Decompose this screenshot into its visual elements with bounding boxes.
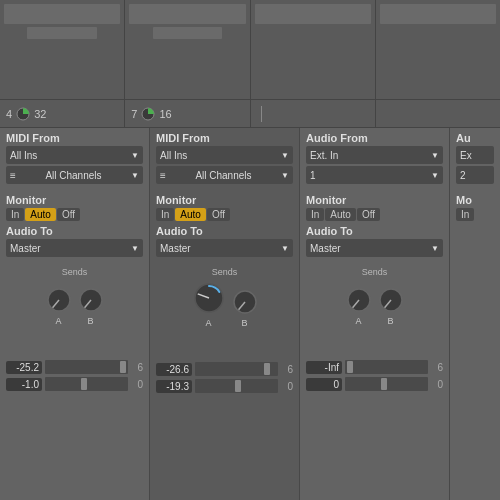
- fader-section-1: -25.2 6 -1.0 0: [0, 328, 149, 398]
- routing-dropdown-source-1[interactable]: All Ins ▼: [6, 146, 143, 164]
- track-info-row: 4 32 7 16: [0, 100, 500, 128]
- pan-max-1: 0: [131, 379, 143, 390]
- monitor-auto-3[interactable]: Auto: [325, 208, 356, 221]
- audio-to-dropdown-3[interactable]: Master ▼: [306, 239, 443, 257]
- dropdown-arrow-3: ▼: [431, 151, 439, 160]
- volume-fader-3[interactable]: [345, 360, 428, 374]
- audio-to-dropdown-2[interactable]: Master ▼: [156, 239, 293, 257]
- routing-dropdown-sub-2[interactable]: ≡ All Channels ▼: [156, 166, 293, 184]
- routing-dropdown-source-3[interactable]: Ext. In ▼: [306, 146, 443, 164]
- volume-max-3: 6: [431, 362, 443, 373]
- audio-to-label-3: Audio To: [306, 225, 443, 237]
- knob-a-label-3: A: [355, 316, 361, 326]
- monitor-buttons-1: In Auto Off: [6, 208, 143, 221]
- fader-handle-vol-2[interactable]: [264, 363, 270, 375]
- pan-value-2: -19.3: [156, 380, 192, 393]
- track-header-3: [251, 0, 376, 99]
- track-info-2: 7 16: [125, 100, 250, 127]
- fader-handle-pan-3[interactable]: [381, 378, 387, 390]
- monitor-auto-1[interactable]: Auto: [25, 208, 56, 221]
- routing-dropdown-sub-1[interactable]: ≡ All Channels ▼: [6, 166, 143, 184]
- track-header-4: [376, 0, 500, 99]
- monitor-in-1[interactable]: In: [6, 208, 24, 221]
- volume-fader-2[interactable]: [195, 362, 278, 376]
- monitor-label-1: Monitor: [6, 194, 143, 206]
- fader-handle-vol-3[interactable]: [347, 361, 353, 373]
- monitor-off-1[interactable]: Off: [57, 208, 80, 221]
- volume-fader-1[interactable]: [45, 360, 128, 374]
- sub-routing-1: All Channels: [45, 170, 101, 181]
- waveform-bar-2: [129, 4, 245, 24]
- sends-title-3: Sends: [362, 267, 388, 277]
- monitor-in-2[interactable]: In: [156, 208, 174, 221]
- monitor-section-2: Monitor In Auto Off Audio To Master ▼: [150, 190, 299, 263]
- volume-value-3: -Inf: [306, 361, 342, 374]
- monitor-label-3: Monitor: [306, 194, 443, 206]
- sends-area-2: Sends A: [150, 263, 299, 330]
- knob-b-svg-1: [76, 285, 106, 315]
- send-knob-b-2[interactable]: B: [230, 287, 260, 328]
- top-section: [0, 0, 500, 100]
- waveform-bar-4: [380, 4, 496, 24]
- fader-row-vol-1: -25.2 6: [6, 360, 143, 374]
- dropdown-arrow-sub-2: ▼: [281, 171, 289, 180]
- sub-routing-icon-2: ≡: [160, 170, 166, 181]
- pan-max-3: 0: [431, 379, 443, 390]
- main-container: 4 32 7 16 MIDI From A: [0, 0, 500, 500]
- knob-a-svg-1: [44, 285, 74, 315]
- monitor-auto-2[interactable]: Auto: [175, 208, 206, 221]
- fader-handle-vol-1[interactable]: [120, 361, 126, 373]
- channel-strip-3: Audio From Ext. In ▼ 1 ▼ Monitor In Auto…: [300, 128, 450, 500]
- routing-section-3: Audio From Ext. In ▼ 1 ▼: [300, 128, 449, 190]
- monitor-off-2[interactable]: Off: [207, 208, 230, 221]
- send-knob-a-3[interactable]: A: [344, 285, 374, 326]
- pan-fader-1[interactable]: [45, 377, 128, 391]
- monitor-in-3[interactable]: In: [306, 208, 324, 221]
- routing-source-1: All Ins: [10, 150, 37, 161]
- waveform-bar-1: [4, 4, 120, 24]
- monitor-section-4: Mo In: [450, 190, 500, 229]
- routing-source-4: Ex: [460, 150, 472, 161]
- monitor-off-3[interactable]: Off: [357, 208, 380, 221]
- audio-to-label-1: Audio To: [6, 225, 143, 237]
- knob-b-svg-3: [376, 285, 406, 315]
- audio-to-dropdown-1[interactable]: Master ▼: [6, 239, 143, 257]
- audio-to-arrow-3: ▼: [431, 244, 439, 253]
- channel-strip-4: Au Ex 2 Mo In: [450, 128, 500, 500]
- send-knob-b-3[interactable]: B: [376, 285, 406, 326]
- knob-b-label-2: B: [241, 318, 247, 328]
- monitor-in-4[interactable]: In: [456, 208, 474, 221]
- routing-dropdown-sub-3[interactable]: 1 ▼: [306, 166, 443, 184]
- mini-bar-1: [27, 27, 97, 39]
- knob-b-label-1: B: [87, 316, 93, 326]
- track-header-1: [0, 0, 125, 99]
- routing-dropdown-source-2[interactable]: All Ins ▼: [156, 146, 293, 164]
- fader-handle-pan-2[interactable]: [235, 380, 241, 392]
- pan-fader-2[interactable]: [195, 379, 278, 393]
- send-knob-a-1[interactable]: A: [44, 285, 74, 326]
- fader-handle-pan-1[interactable]: [81, 378, 87, 390]
- send-knob-a-2[interactable]: A: [190, 279, 228, 328]
- monitor-label-2: Monitor: [156, 194, 293, 206]
- pan-fader-3[interactable]: [345, 377, 428, 391]
- track-header-2: [125, 0, 250, 99]
- dropdown-arrow-1: ▼: [131, 151, 139, 160]
- pan-max-2: 0: [281, 381, 293, 392]
- fader-row-pan-3: 0 0: [306, 377, 443, 391]
- knob-b-label-3: B: [387, 316, 393, 326]
- sub-routing-4: 2: [460, 170, 466, 181]
- channel-strip-1: MIDI From All Ins ▼ ≡ All Channels ▼ Mon…: [0, 128, 150, 500]
- monitor-buttons-3: In Auto Off: [306, 208, 443, 221]
- routing-dropdown-source-4[interactable]: Ex: [456, 146, 494, 164]
- routing-dropdown-sub-4[interactable]: 2: [456, 166, 494, 184]
- routing-section-1: MIDI From All Ins ▼ ≡ All Channels ▼: [0, 128, 149, 190]
- dropdown-arrow-sub-3: ▼: [431, 171, 439, 180]
- knob-a-svg-2: [190, 279, 228, 317]
- fader-row-pan-1: -1.0 0: [6, 377, 143, 391]
- routing-source-2: All Ins: [160, 150, 187, 161]
- knob-b-svg-2: [230, 287, 260, 317]
- sub-routing-3: 1: [310, 170, 316, 181]
- fader-row-vol-2: -26.6 6: [156, 362, 293, 376]
- send-knob-b-1[interactable]: B: [76, 285, 106, 326]
- routing-label-2: MIDI From: [156, 132, 293, 144]
